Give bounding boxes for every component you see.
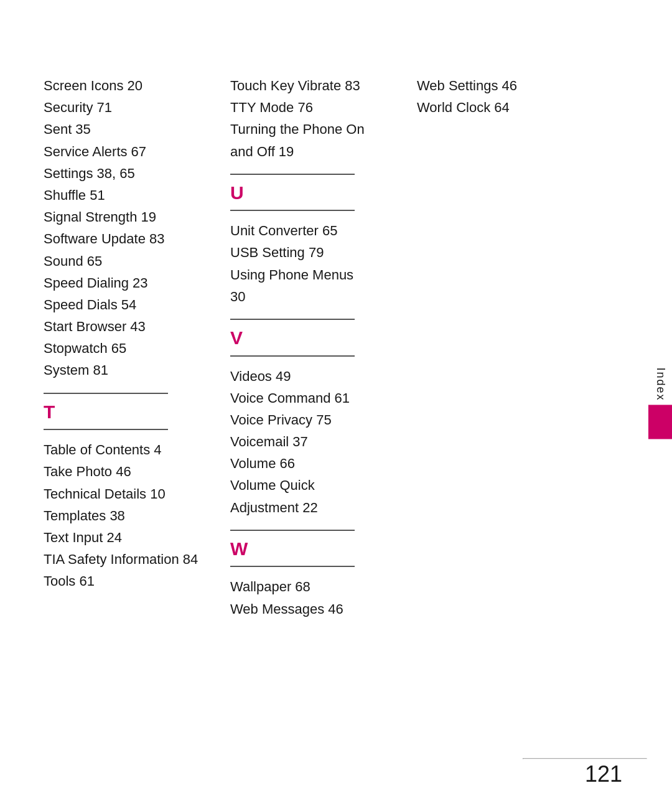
entry-security: Security 71 (44, 96, 212, 118)
entry-service-alerts: Service Alerts 67 (44, 141, 212, 162)
column-right: Web Settings 46 World Clock 64 (417, 75, 572, 756)
t-entries-block: Table of Contents 4 Take Photo 46 Techni… (44, 439, 212, 592)
entry-voice-privacy: Voice Privacy 75 (230, 409, 398, 431)
entry-world-clock: World Clock 64 (417, 96, 560, 118)
v-divider-top (230, 319, 355, 320)
entry-take-photo: Take Photo 46 (44, 461, 212, 482)
entry-usb-setting: USB Setting 79 (230, 241, 398, 263)
u-divider-bottom (230, 210, 355, 211)
entry-speed-dialing: Speed Dialing 23 (44, 272, 212, 294)
entry-technical-details: Technical Details 10 (44, 483, 212, 505)
entry-text-input: Text Input 24 (44, 527, 212, 548)
entry-stopwatch: Stopwatch 65 (44, 337, 212, 359)
column-mid: Touch Key Vibrate 83 TTY Mode 76 Turning… (230, 75, 411, 756)
side-tab-label: Index (654, 367, 667, 401)
v-entries-block: Videos 49 Voice Command 61 Voice Privacy… (230, 365, 398, 518)
entry-using-phone-menus: Using Phone Menus30 (230, 264, 398, 307)
entry-volume: Volume 66 (230, 452, 398, 474)
entry-settings: Settings 38, 65 (44, 162, 212, 184)
entry-volume-quick: Volume QuickAdjustment 22 (230, 474, 398, 518)
column-left: Screen Icons 20 Security 71 Sent 35 Serv… (44, 75, 224, 756)
section-v-letter: V (230, 324, 398, 353)
v-divider-bottom (230, 355, 355, 357)
mid-top-entries: Touch Key Vibrate 83 TTY Mode 76 Turning… (230, 75, 398, 162)
entry-speed-dials: Speed Dials 54 (44, 294, 212, 316)
entry-shuffle: Shuffle 51 (44, 184, 212, 206)
t-divider-top (44, 393, 168, 394)
entry-sent: Sent 35 (44, 118, 212, 140)
entry-wallpaper: Wallpaper 68 (230, 576, 398, 597)
entry-software-update: Software Update 83 (44, 228, 212, 250)
entry-web-settings: Web Settings 46 (417, 75, 560, 96)
section-w-letter: W (230, 535, 398, 564)
entry-voice-command: Voice Command 61 (230, 387, 398, 409)
entry-voicemail: Voicemail 37 (230, 431, 398, 452)
entry-tools: Tools 61 (44, 570, 212, 592)
entry-templates: Templates 38 (44, 505, 212, 527)
index-side-tab: Index (648, 367, 672, 439)
u-divider-top (230, 174, 355, 175)
entry-web-messages: Web Messages 46 (230, 598, 398, 620)
page-content: Screen Icons 20 Security 71 Sent 35 Serv… (44, 75, 628, 756)
entry-videos: Videos 49 (230, 365, 398, 387)
section-t-letter: T (44, 398, 212, 427)
entry-table-of-contents: Table of Contents 4 (44, 439, 212, 461)
u-entries-block: Unit Converter 65 USB Setting 79 Using P… (230, 220, 398, 307)
entry-start-browser: Start Browser 43 (44, 316, 212, 337)
side-tab-bar (648, 405, 672, 439)
w-divider-bottom (230, 566, 355, 567)
entry-turning-phone: Turning the Phone Onand Off 19 (230, 118, 398, 162)
entry-tia-safety: TIA Safety Information 84 (44, 548, 212, 570)
page-line (523, 758, 647, 759)
t-divider-bottom (44, 429, 168, 430)
entry-tty-mode: TTY Mode 76 (230, 96, 398, 118)
entry-system: System 81 (44, 359, 212, 381)
page-number: 121 (585, 761, 622, 787)
right-top-entries: Web Settings 46 World Clock 64 (417, 75, 560, 118)
entry-screen-icons: Screen Icons 20 (44, 75, 212, 96)
w-divider-top (230, 530, 355, 531)
entry-unit-converter: Unit Converter 65 (230, 220, 398, 241)
entry-sound: Sound 65 (44, 250, 212, 272)
section-u-letter: U (230, 179, 398, 208)
entry-touch-key-vibrate: Touch Key Vibrate 83 (230, 75, 398, 96)
s-entries-block: Screen Icons 20 Security 71 Sent 35 Serv… (44, 75, 212, 382)
entry-signal-strength: Signal Strength 19 (44, 206, 212, 228)
w-entries-block: Wallpaper 68 Web Messages 46 (230, 576, 398, 619)
